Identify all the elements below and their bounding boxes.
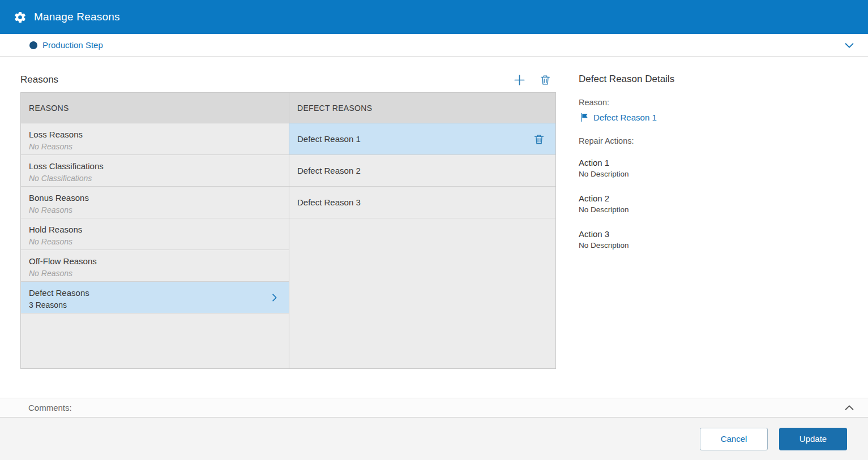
repair-actions-label: Repair Actions:	[579, 136, 850, 145]
trash-icon	[539, 74, 551, 86]
categories-empty-area	[21, 313, 289, 368]
defect-reason-row-3[interactable]: Defect Reason 3	[289, 187, 555, 218]
chevron-up-icon[interactable]	[843, 402, 856, 414]
category-label: Bonus Reasons	[29, 192, 281, 204]
category-label: Loss Classifications	[29, 160, 281, 173]
comments-bar[interactable]: Comments:	[0, 398, 868, 418]
page-title: Manage Reasons	[34, 11, 120, 23]
category-sublabel: No Reasons	[29, 268, 281, 280]
repair-action-item: Action 1 No Description	[579, 157, 850, 180]
category-row-loss-classifications[interactable]: Loss Classifications No Classifications	[21, 155, 289, 187]
update-button[interactable]: Update	[779, 428, 847, 450]
reasons-panel-title: Reasons	[20, 74, 58, 85]
action-name: Action 3	[579, 228, 850, 240]
category-sublabel: No Reasons	[29, 236, 281, 248]
category-label: Loss Reasons	[29, 128, 281, 141]
defect-reasons-column-header: DEFECT REASONS	[289, 93, 555, 123]
add-reason-button[interactable]	[511, 72, 528, 88]
production-step-bar: Production Step	[0, 34, 868, 57]
details-title: Defect Reason Details	[579, 74, 850, 85]
chevron-down-icon[interactable]	[843, 39, 856, 51]
category-sublabel: No Reasons	[29, 141, 281, 153]
reason-field-label: Reason:	[579, 98, 850, 107]
reasons-column-header: REASONS	[21, 93, 289, 123]
production-step-label: Production Step	[42, 40, 103, 50]
comments-label: Comments:	[28, 403, 72, 412]
reasons-panel: Reasons REASONS Loss Reasons No Reasons	[20, 71, 556, 369]
defect-reason-label: Defect Reason 1	[297, 134, 361, 144]
flag-icon	[579, 112, 589, 123]
category-row-defect-reasons[interactable]: Defect Reasons 3 Reasons	[21, 282, 289, 313]
defect-reasons-column: DEFECT REASONS Defect Reason 1 Defect Re…	[289, 93, 555, 368]
category-label: Defect Reasons	[29, 287, 281, 299]
gear-icon	[14, 11, 27, 24]
defect-reasons-empty-area	[289, 218, 555, 368]
category-row-hold-reasons[interactable]: Hold Reasons No Reasons	[21, 218, 289, 250]
reason-categories-column: REASONS Loss Reasons No Reasons Loss Cla…	[21, 93, 289, 368]
action-description: No Description	[579, 204, 850, 216]
category-sublabel: 3 Reasons	[29, 299, 281, 311]
repair-action-item: Action 3 No Description	[579, 228, 850, 251]
action-description: No Description	[579, 240, 850, 251]
repair-action-item: Action 2 No Description	[579, 192, 850, 216]
category-row-bonus-reasons[interactable]: Bonus Reasons No Reasons	[21, 187, 289, 218]
delete-defect-reason-button[interactable]	[532, 132, 546, 147]
chevron-right-icon	[269, 292, 280, 303]
category-row-off-flow-reasons[interactable]: Off-Flow Reasons No Reasons	[21, 250, 289, 282]
defect-reason-row-1[interactable]: Defect Reason 1	[289, 123, 555, 155]
main-content: Reasons REASONS Loss Reasons No Reasons	[0, 57, 868, 398]
footer-action-bar: Cancel Update	[0, 418, 868, 460]
defect-reason-details-panel: Defect Reason Details Reason: Defect Rea…	[579, 74, 850, 264]
category-sublabel: No Reasons	[29, 204, 281, 216]
action-name: Action 1	[579, 157, 850, 169]
action-description: No Description	[579, 169, 850, 180]
cancel-button[interactable]: Cancel	[700, 428, 768, 450]
trash-icon	[533, 133, 545, 145]
defect-reason-row-2[interactable]: Defect Reason 2	[289, 155, 555, 187]
category-sublabel: No Classifications	[29, 173, 281, 184]
plus-icon	[512, 73, 527, 87]
app-header: Manage Reasons	[0, 0, 868, 34]
action-name: Action 2	[579, 192, 850, 204]
selected-reason-label: Defect Reason 1	[593, 113, 657, 122]
delete-reason-button[interactable]	[538, 72, 553, 87]
category-label: Off-Flow Reasons	[29, 255, 281, 268]
reasons-table: REASONS Loss Reasons No Reasons Loss Cla…	[20, 92, 556, 369]
step-status-icon	[29, 41, 37, 49]
defect-reason-label: Defect Reason 2	[297, 166, 361, 175]
category-label: Hold Reasons	[29, 223, 281, 236]
category-row-loss-reasons[interactable]: Loss Reasons No Reasons	[21, 123, 289, 155]
defect-reason-label: Defect Reason 3	[297, 197, 361, 207]
selected-reason-link[interactable]: Defect Reason 1	[579, 112, 850, 123]
